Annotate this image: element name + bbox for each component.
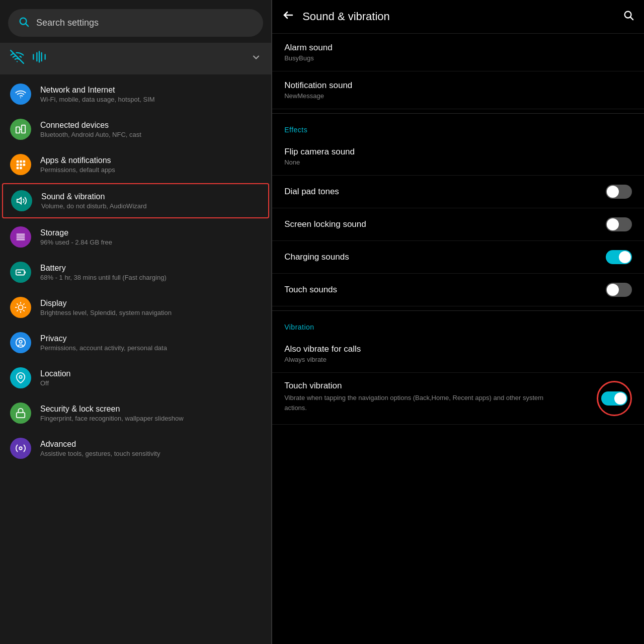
touch-sounds-item[interactable]: Touch sounds (272, 274, 644, 306)
notification-sublabel: NewMessage (284, 92, 352, 100)
charging-toggle-knob (619, 251, 631, 263)
connected-title: Connected devices (40, 121, 141, 130)
network-subtitle: Wi-Fi, mobile, data usage, hotspot, SIM (40, 96, 155, 103)
security-title: Security & lock screen (40, 405, 184, 414)
network-title: Network and Internet (40, 86, 155, 95)
sound-banner-icons (10, 50, 241, 67)
right-search-icon[interactable] (623, 10, 634, 24)
sound-text: Sound & vibration Volume, do not disturb… (41, 192, 147, 210)
network-text: Network and Internet Wi-Fi, mobile, data… (40, 86, 155, 103)
advanced-icon (10, 438, 31, 459)
storage-title: Storage (40, 228, 112, 237)
notification-label: Notification sound (284, 80, 352, 91)
svg-rect-4 (17, 160, 19, 163)
advanced-subtitle: Assistive tools, gestures, touch sensiti… (40, 450, 160, 457)
flip-sublabel: None (284, 158, 355, 166)
sidebar-item-advanced[interactable]: Advanced Assistive tools, gestures, touc… (0, 431, 271, 466)
sidebar-item-sound[interactable]: Sound & vibration Volume, do not disturb… (2, 183, 269, 218)
dial-pad-toggle-knob (607, 186, 619, 198)
security-text: Security & lock screen Fingerprint, face… (40, 405, 184, 422)
sidebar-item-connected[interactable]: Connected devices Bluetooth, Android Aut… (0, 112, 271, 147)
right-panel-title: Sound & vibration (302, 10, 615, 23)
security-icon (10, 403, 31, 424)
display-subtitle: Brightness level, Splendid, system navig… (40, 309, 172, 316)
effects-section-header: Effects (272, 118, 644, 138)
sidebar-item-display[interactable]: Display Brightness level, Splendid, syst… (0, 290, 271, 325)
vibrate-calls-label-group: Also vibrate for calls Always vibrate (284, 344, 361, 363)
effects-divider (272, 113, 644, 114)
screen-lock-toggle-knob (607, 218, 619, 230)
search-bar[interactable]: Search settings (8, 9, 263, 37)
screen-lock-item[interactable]: Screen locking sound (272, 208, 644, 241)
sidebar-item-battery[interactable]: Battery 68% - 1 hr, 38 mins until full (… (0, 255, 271, 290)
flip-camera-item[interactable]: Flip camera sound None (272, 138, 644, 176)
connected-icon (10, 119, 31, 140)
svg-rect-10 (17, 167, 19, 170)
right-content: Alarm sound BusyBugs Notification sound … (272, 34, 644, 644)
flip-label: Flip camera sound (284, 147, 355, 157)
touch-toggle[interactable] (606, 283, 632, 297)
sidebar-item-network[interactable]: Network and Internet Wi-Fi, mobile, data… (0, 76, 271, 112)
touch-label-group: Touch sounds (284, 285, 337, 295)
touch-vib-toggle-knob (614, 392, 626, 405)
apps-subtitle: Permissions, default apps (40, 166, 115, 174)
svg-rect-11 (20, 167, 22, 170)
dial-pad-item[interactable]: Dial pad tones (272, 176, 644, 208)
touch-vibration-item[interactable]: Touch vibration Vibrate when tapping the… (272, 373, 644, 425)
storage-text: Storage 96% used - 2.84 GB free (40, 228, 112, 246)
svg-marker-12 (17, 198, 21, 204)
charging-toggle[interactable] (606, 250, 632, 264)
sidebar-item-apps[interactable]: Apps & notifications Permissions, defaul… (0, 147, 271, 182)
sound-title: Sound & vibration (41, 192, 147, 201)
storage-subtitle: 96% used - 2.84 GB free (40, 238, 112, 246)
sidebar-item-location[interactable]: Location Off (0, 360, 271, 395)
alarm-sublabel: BusyBugs (284, 54, 332, 62)
battery-title: Battery (40, 264, 167, 273)
svg-point-32 (19, 447, 22, 450)
svg-line-35 (630, 17, 633, 20)
svg-rect-31 (17, 413, 25, 418)
charging-sounds-item[interactable]: Charging sounds (272, 241, 644, 274)
svg-line-27 (24, 304, 24, 304)
notification-sound-item[interactable]: Notification sound NewMessage (272, 71, 644, 109)
touch-vib-toggle[interactable] (601, 391, 627, 406)
advanced-text: Advanced Assistive tools, gestures, touc… (40, 440, 160, 457)
svg-rect-7 (17, 164, 19, 166)
svg-rect-3 (22, 125, 25, 133)
sidebar-item-security[interactable]: Security & lock screen Fingerprint, face… (0, 395, 271, 431)
connected-subtitle: Bluetooth, Android Auto, NFC, cast (40, 131, 141, 138)
svg-line-26 (17, 310, 18, 311)
sound-banner[interactable] (0, 43, 271, 74)
right-panel: Sound & vibration Alarm sound BusyBugs N… (272, 0, 644, 644)
left-panel: Search settings (0, 0, 271, 644)
touch-vib-label: Touch vibration (284, 381, 546, 391)
battery-text: Battery 68% - 1 hr, 38 mins until full (… (40, 264, 167, 281)
screen-lock-toggle[interactable] (606, 217, 632, 231)
location-subtitle: Off (40, 379, 71, 387)
notification-label-group: Notification sound NewMessage (284, 80, 352, 100)
alarm-sound-item[interactable]: Alarm sound BusyBugs (272, 34, 644, 71)
alarm-label: Alarm sound (284, 43, 332, 53)
privacy-text: Privacy Permissions, account activity, p… (40, 334, 167, 352)
svg-rect-8 (20, 164, 22, 166)
dial-pad-toggle[interactable] (606, 185, 632, 199)
sidebar-item-storage[interactable]: Storage 96% used - 2.84 GB free (0, 219, 271, 255)
sidebar-item-privacy[interactable]: Privacy Permissions, account activity, p… (0, 325, 271, 360)
chevron-down-icon[interactable] (251, 52, 261, 65)
svg-rect-2 (16, 127, 20, 133)
apps-title: Apps & notifications (40, 156, 115, 165)
vibrate-calls-item[interactable]: Also vibrate for calls Always vibrate (272, 335, 644, 373)
location-title: Location (40, 369, 71, 378)
sound-subtitle: Volume, do not disturb, AudioWizard (41, 202, 147, 210)
back-button[interactable] (282, 9, 294, 24)
touch-label: Touch sounds (284, 285, 337, 295)
charging-label-group: Charging sounds (284, 252, 349, 262)
touch-vibration-highlight (597, 381, 632, 416)
dial-label: Dial pad tones (284, 187, 339, 197)
security-subtitle: Fingerprint, face recognition, wallpaper… (40, 415, 184, 422)
alarm-label-group: Alarm sound BusyBugs (284, 43, 332, 62)
network-icon (10, 84, 31, 105)
touch-vib-desc: Vibrate when tapping the navigation opti… (284, 393, 546, 413)
vibration-section-header: Vibration (272, 315, 644, 335)
svg-point-30 (19, 375, 22, 378)
